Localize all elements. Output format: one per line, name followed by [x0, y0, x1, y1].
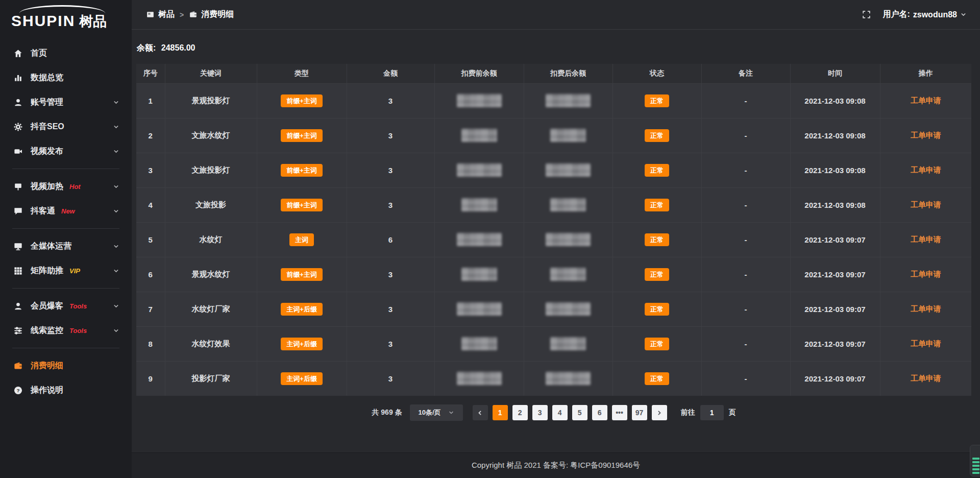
app-logo: SHUPIN 树品: [0, 0, 132, 34]
sidebar-item-3[interactable]: 抖音SEO: [0, 114, 132, 139]
masked-balance-before: [461, 129, 497, 142]
cell-keyword: 文旅投影灯: [165, 153, 257, 187]
cell-amount: 3: [347, 292, 434, 326]
column-header-1: 关键词: [165, 64, 257, 83]
chevron-down-icon: [113, 183, 119, 190]
column-header-7: 备注: [701, 64, 790, 83]
masked-balance-after: [546, 163, 591, 177]
table-row: 5 水纹灯 主词 6 正常 - 2021-12-03 09:07 工单申请: [136, 222, 971, 257]
sidebar-item-label: 线索监控: [31, 325, 63, 336]
user-menu[interactable]: 用户名: zswodun88: [883, 9, 967, 20]
floating-widget[interactable]: [970, 445, 980, 476]
cell-time: 2021-12-03 09:08: [790, 153, 880, 187]
sidebar-item-9[interactable]: 会员爆客 Tools: [0, 294, 132, 318]
sidebar-item-0[interactable]: 首页: [0, 41, 132, 65]
cell-index: 1: [136, 83, 165, 118]
table-row: 6 景观水纹灯 前缀+主词 3 正常 - 2021-12-03 09:07 工单…: [136, 257, 971, 292]
cell-index: 9: [136, 361, 165, 396]
page-size-select[interactable]: 10条/页: [410, 404, 463, 421]
type-badge: 主词+后缀: [281, 303, 323, 316]
cell-remark: -: [701, 326, 790, 361]
page-button-6[interactable]: 6: [592, 405, 607, 420]
sidebar-item-4[interactable]: 视频发布: [0, 139, 132, 163]
ticket-request-link[interactable]: 工单申请: [911, 165, 941, 174]
ticket-request-link[interactable]: 工单申请: [911, 304, 941, 313]
cell-amount: 3: [347, 118, 434, 153]
sidebar-item-1[interactable]: 数据总览: [0, 65, 132, 90]
sidebar-divider: [12, 348, 119, 348]
sidebar-item-label: 视频加热: [31, 181, 63, 192]
bar-chart-icon: [13, 73, 23, 83]
page-button-3[interactable]: 3: [532, 405, 548, 420]
breadcrumb-label: 树品: [158, 9, 175, 20]
video-icon: [13, 147, 23, 156]
status-badge: 正常: [645, 233, 669, 246]
sidebar-item-label: 抖客通: [31, 206, 55, 217]
type-badge: 前缀+主词: [281, 199, 323, 211]
page-button-97[interactable]: 97: [632, 405, 647, 420]
grid-icon: [13, 266, 23, 276]
ticket-request-link[interactable]: 工单申请: [911, 131, 941, 139]
sidebar-item-6[interactable]: 抖客通 New: [0, 199, 132, 223]
column-header-6: 状态: [612, 64, 701, 83]
sidebar-item-11[interactable]: 消费明细: [0, 353, 132, 378]
fullscreen-icon[interactable]: [862, 10, 871, 19]
sidebar-divider: [12, 169, 119, 169]
ticket-request-link[interactable]: 工单申请: [911, 235, 941, 244]
sidebar-item-8[interactable]: 矩阵助推 VIP: [0, 258, 132, 283]
breadcrumb-separator: >: [180, 11, 184, 19]
type-badge: 主词: [289, 233, 314, 246]
type-badge: 主词+后缀: [281, 372, 323, 385]
monitor-icon: [13, 242, 23, 251]
ticket-request-link[interactable]: 工单申请: [911, 339, 941, 348]
sidebar-item-5[interactable]: 视频加热 Hot: [0, 174, 132, 199]
chevron-down-icon: [113, 148, 119, 155]
column-header-9: 操作: [880, 64, 971, 83]
wallet-icon: [189, 10, 198, 19]
next-page-button[interactable]: [652, 405, 667, 420]
chevron-down-icon: [960, 11, 967, 18]
sidebar-item-10[interactable]: 线索监控 Tools: [0, 318, 132, 343]
sidebar-item-label: 矩阵助推: [31, 266, 63, 276]
status-badge: 正常: [645, 199, 669, 211]
breadcrumb-item-current[interactable]: 消费明细: [189, 9, 234, 20]
content: 余额: 24856.00 序号关键词类型金额扣费前余额扣费后余额状态备注时间操作…: [132, 30, 980, 421]
cell-time: 2021-12-03 09:07: [790, 326, 880, 361]
sidebar-item-label: 操作说明: [31, 385, 63, 396]
cell-index: 3: [136, 153, 165, 187]
cell-keyword: 投影灯厂家: [165, 361, 257, 396]
app-icon: [146, 10, 155, 19]
ticket-request-link[interactable]: 工单申请: [911, 270, 941, 278]
sidebar-item-2[interactable]: 账号管理: [0, 90, 132, 114]
masked-balance-before: [461, 268, 497, 281]
jump-page-input[interactable]: [700, 405, 724, 420]
sidebar-item-12[interactable]: 操作说明: [0, 378, 132, 402]
prev-page-button[interactable]: [473, 405, 488, 420]
page-button-5[interactable]: 5: [572, 405, 587, 420]
cell-keyword: 景观投影灯: [165, 83, 257, 118]
sidebar-item-label: 数据总览: [31, 73, 63, 83]
page-buttons: 123456•••97: [493, 405, 647, 420]
page-button-2[interactable]: 2: [512, 405, 528, 420]
masked-balance-before: [457, 163, 502, 177]
cell-index: 8: [136, 326, 165, 361]
breadcrumb-item-app[interactable]: 树品: [146, 9, 175, 20]
column-header-8: 时间: [790, 64, 880, 83]
cell-remark: -: [701, 83, 790, 118]
masked-balance-after: [546, 94, 591, 107]
breadcrumb: 树品 > 消费明细: [146, 9, 234, 20]
page-button-1[interactable]: 1: [493, 405, 508, 420]
heat-icon: [13, 182, 23, 192]
chevron-down-icon: [113, 303, 119, 309]
ticket-request-link[interactable]: 工单申请: [911, 200, 941, 209]
breadcrumb-label: 消费明细: [201, 9, 234, 20]
home-icon: [13, 49, 23, 58]
username-label: 用户名:: [883, 9, 910, 20]
page-button-4[interactable]: 4: [552, 405, 568, 420]
sidebar-item-7[interactable]: 全媒体运营: [0, 234, 132, 258]
cell-remark: -: [701, 257, 790, 292]
ticket-request-link[interactable]: 工单申请: [911, 374, 941, 383]
type-badge: 前缀+主词: [281, 268, 323, 281]
ticket-request-link[interactable]: 工单申请: [911, 96, 941, 105]
more-pages-button[interactable]: •••: [612, 405, 627, 420]
